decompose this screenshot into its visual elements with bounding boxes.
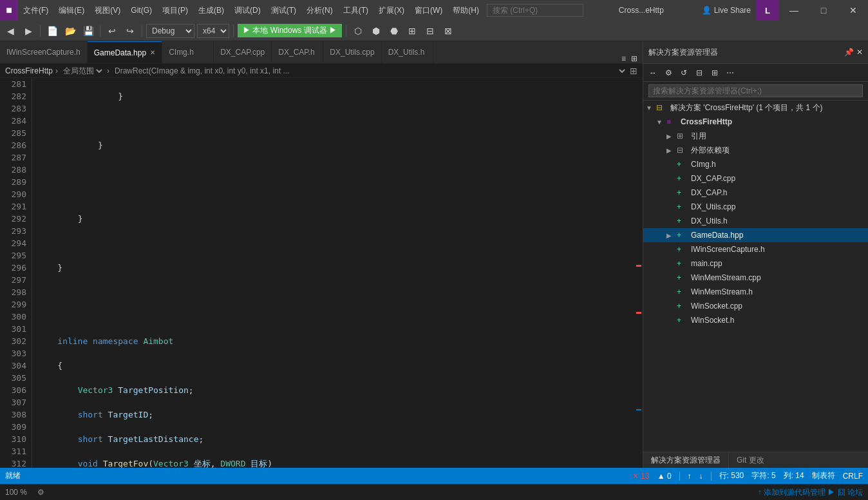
toolbar-btn-extra6[interactable]: ⊠ xyxy=(440,23,456,39)
menu-file[interactable]: 文件(F) xyxy=(18,0,53,21)
tab-dxutils-cpp[interactable]: DX_Utils.cpp xyxy=(323,41,381,63)
solution-explorer-toolbar: ↔ ⚙ ↺ ⊟ ⊞ ⋯ xyxy=(643,64,868,82)
menu-window[interactable]: 窗口(W) xyxy=(410,0,448,21)
live-share-button[interactable]: 👤 Live Share xyxy=(697,6,756,15)
breadcrumb-member-select[interactable]: DrawRect(CImage & img, int x0, int y0, i… xyxy=(112,66,627,76)
toolbar-btn-extra2[interactable]: ⬢ xyxy=(368,23,384,39)
solution-explorer-header: 解决方案资源管理器 📌 ✕ xyxy=(643,41,868,64)
winsocket-cpp-arrow-icon: ▶ xyxy=(666,303,677,310)
tree-item-dxutils-cpp[interactable]: ▶ + DX_Utils.cpp xyxy=(643,200,868,214)
se-filter-button[interactable]: ⊞ xyxy=(708,66,722,80)
se-properties-button[interactable]: ⚙ xyxy=(661,66,675,80)
tree-item-references[interactable]: ▶ ⊞ 引用 xyxy=(643,129,868,143)
tabs-split-button[interactable]: ⊞ xyxy=(628,54,640,63)
tab-label: GameData.hpp xyxy=(94,48,146,57)
tree-item-cimg[interactable]: ▶ + CImg.h xyxy=(643,157,868,171)
tab-dxcap-h[interactable]: DX_CAP.h xyxy=(272,41,323,63)
maximize-button[interactable]: □ xyxy=(809,0,838,21)
breadcrumb-project[interactable]: CrossFireHttp xyxy=(5,66,53,75)
redo-button[interactable]: ↪ xyxy=(122,23,138,39)
statusbar-nav-down[interactable]: ↓ xyxy=(699,472,703,481)
menu-edit[interactable]: 编辑(E) xyxy=(53,0,90,21)
new-project-button[interactable]: 📄 xyxy=(44,23,60,39)
statusbar-errors[interactable]: ✕ 13 xyxy=(632,472,650,481)
menu-help[interactable]: 帮助(H) xyxy=(448,0,484,21)
tree-item-winmem-cpp[interactable]: ▶ + WinMemStream.cpp xyxy=(643,271,868,285)
statusbar-encoding[interactable]: CRLF xyxy=(843,472,863,481)
start-debug-button[interactable]: ▶ 本地 Windows 调试器 ▶ xyxy=(238,24,342,37)
solution-arrow-icon: ▼ xyxy=(646,104,656,111)
tree-item-external-deps[interactable]: ▶ ⊟ 外部依赖项 xyxy=(643,143,868,157)
editor-area: IWinScreenCapture.h GameData.hpp ✕ CImg.… xyxy=(0,41,643,468)
toolbar-btn-extra1[interactable]: ⬡ xyxy=(350,23,366,39)
toolbar-btn-extra4[interactable]: ⊞ xyxy=(404,23,420,39)
main-file-icon: + xyxy=(677,259,688,268)
menu-extensions[interactable]: 扩展(X) xyxy=(373,0,410,21)
nav-fwd-button[interactable]: ▶ xyxy=(21,23,36,39)
menu-project[interactable]: 项目(P) xyxy=(157,0,193,21)
user-avatar[interactable]: L xyxy=(756,0,779,21)
se-tab-git-changes[interactable]: Git 更改 xyxy=(729,452,772,468)
tab-cimg[interactable]: CImg.h xyxy=(162,41,214,63)
se-collapse-button[interactable]: ⊟ xyxy=(692,66,706,80)
tree-item-dxcap-h[interactable]: ▶ + DX_CAP.h xyxy=(643,186,868,200)
se-refresh-button[interactable]: ↺ xyxy=(677,66,691,80)
save-button[interactable]: 💾 xyxy=(80,23,96,39)
platform-select[interactable]: x64 x86 xyxy=(197,24,229,38)
open-button[interactable]: 📂 xyxy=(62,23,78,39)
menu-analyze[interactable]: 分析(N) xyxy=(301,0,338,21)
debug-config-select[interactable]: Debug Release xyxy=(146,24,194,38)
se-bottom-tabs: 解决方案资源管理器 Git 更改 xyxy=(643,452,868,468)
app-icon: ■ xyxy=(0,0,18,21)
tab-label: DX_Utils.cpp xyxy=(330,48,374,57)
toolbar-btn-extra5[interactable]: ⊟ xyxy=(422,23,438,39)
close-button[interactable]: ✕ xyxy=(838,0,868,21)
search-input[interactable] xyxy=(487,4,583,17)
breadcrumb-scope-select[interactable]: 全局范围 xyxy=(61,66,104,76)
tab-iwinscreencapture[interactable]: IWinScreenCapture.h xyxy=(0,41,88,63)
toolbar-btn-extra3[interactable]: ⬣ xyxy=(386,23,402,39)
nav-back-button[interactable]: ◀ xyxy=(3,23,18,39)
breadcrumb-expand-icon[interactable]: ⊞ xyxy=(630,66,637,76)
tree-item-winmem-h[interactable]: ▶ + WinMemStream.h xyxy=(643,285,868,299)
se-close-button[interactable]: ✕ xyxy=(856,48,863,57)
menu-tools[interactable]: 工具(T) xyxy=(338,0,373,21)
se-gear-button[interactable]: ⋯ xyxy=(723,66,737,80)
se-pin-button[interactable]: 📌 xyxy=(844,48,854,57)
solution-explorer-search-input[interactable] xyxy=(648,84,863,97)
se-sync-button[interactable]: ↔ xyxy=(646,66,660,80)
statusbar-sep1 xyxy=(679,472,680,481)
tree-item-iwin[interactable]: ▶ + IWinScreenCapture.h xyxy=(643,242,868,256)
add-to-source-control[interactable]: ↑ 添加到源代码管理 ▶ 囧 论坛 xyxy=(758,487,863,498)
minimize-button[interactable]: — xyxy=(779,0,809,21)
menu-debug[interactable]: 调试(D) xyxy=(229,0,266,21)
tree-item-winsocket-h[interactable]: ▶ + WinSocket.h xyxy=(643,313,868,327)
se-tab-solution-explorer[interactable]: 解决方案资源管理器 xyxy=(643,452,729,468)
ref-icon: ⊞ xyxy=(677,131,688,140)
tab-dxcap-cpp[interactable]: DX_CAP.cpp xyxy=(214,41,272,63)
tab-close-icon[interactable]: ✕ xyxy=(150,49,155,56)
extdeps-arrow-icon: ▶ xyxy=(666,147,677,154)
tree-item-main[interactable]: ▶ + main.cpp xyxy=(643,256,868,271)
tree-project-root[interactable]: ▼ ■ CrossFireHttp xyxy=(643,115,868,129)
statusbar-nav-up[interactable]: ↑ xyxy=(688,472,692,481)
tab-gamedata[interactable]: GameData.hpp ✕ xyxy=(88,41,162,63)
statusbar-warnings[interactable]: ▲ 0 xyxy=(657,472,672,481)
menu-build[interactable]: 生成(B) xyxy=(193,0,229,21)
winmem-h-arrow-icon: ▶ xyxy=(666,289,677,296)
undo-button[interactable]: ↩ xyxy=(104,23,120,39)
breadcrumb-sep1: › xyxy=(55,66,58,75)
menu-test[interactable]: 测试(T) xyxy=(266,0,301,21)
tree-item-gamedata[interactable]: ▶ + GameData.hpp xyxy=(643,228,868,242)
tree-item-winsocket-cpp[interactable]: ▶ + WinSocket.cpp xyxy=(643,299,868,313)
solution-explorer-search xyxy=(643,82,868,101)
zoom-level[interactable]: 100 % xyxy=(5,488,27,497)
tab-dxutils-h[interactable]: DX_Utils.h xyxy=(382,41,433,63)
tree-item-dxcap-cpp[interactable]: ▶ + DX_CAP.cpp xyxy=(643,171,868,186)
menu-git[interactable]: Git(G) xyxy=(126,0,157,21)
code-editor[interactable]: } } } } inline namespace Aimbot { Vector… xyxy=(32,78,635,468)
tree-item-dxutils-h[interactable]: ▶ + DX_Utils.h xyxy=(643,214,868,228)
tree-solution-root[interactable]: ▼ ⊟ 解决方案 'CrossFireHttp' (1 个项目，共 1 个) xyxy=(643,101,868,115)
tabs-overflow-button[interactable]: ≡ xyxy=(619,54,628,63)
menu-view[interactable]: 视图(V) xyxy=(90,0,126,21)
